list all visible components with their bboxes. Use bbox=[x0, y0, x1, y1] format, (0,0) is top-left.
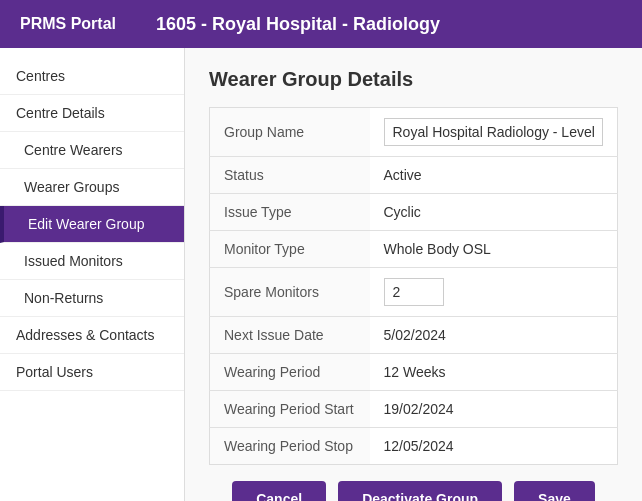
form-row-group-name: Group Name bbox=[210, 108, 618, 157]
field-label-wearing-period-start: Wearing Period Start bbox=[210, 391, 370, 428]
app-title: 1605 - Royal Hospital - Radiology bbox=[156, 14, 440, 35]
sidebar-item-edit-wearer-group[interactable]: Edit Wearer Group bbox=[0, 206, 184, 243]
form-row-wearing-period-stop: Wearing Period Stop12/05/2024 bbox=[210, 428, 618, 465]
save-button[interactable]: Save bbox=[514, 481, 595, 501]
sidebar-item-portal-users[interactable]: Portal Users bbox=[0, 354, 184, 391]
main-layout: CentresCentre DetailsCentre WearersWeare… bbox=[0, 48, 642, 501]
field-value-wearing-period-start: 19/02/2024 bbox=[370, 391, 618, 428]
input-spare-monitors[interactable] bbox=[384, 278, 444, 306]
cancel-button[interactable]: Cancel bbox=[232, 481, 326, 501]
field-value-wearing-period-stop: 12/05/2024 bbox=[370, 428, 618, 465]
field-value-monitor-type: Whole Body OSL bbox=[370, 231, 618, 268]
form-row-wearing-period: Wearing Period12 Weeks bbox=[210, 354, 618, 391]
button-bar: Cancel Deactivate Group Save bbox=[209, 465, 618, 501]
form-row-spare-monitors: Spare Monitors bbox=[210, 268, 618, 317]
field-value-next-issue-date: 5/02/2024 bbox=[370, 317, 618, 354]
field-label-wearing-period: Wearing Period bbox=[210, 354, 370, 391]
field-label-issue-type: Issue Type bbox=[210, 194, 370, 231]
page-title: Wearer Group Details bbox=[209, 68, 618, 91]
field-label-spare-monitors: Spare Monitors bbox=[210, 268, 370, 317]
form-row-issue-type: Issue TypeCyclic bbox=[210, 194, 618, 231]
field-value-status: Active bbox=[370, 157, 618, 194]
form-table: Group NameStatusActiveIssue TypeCyclicMo… bbox=[209, 107, 618, 465]
field-value-issue-type: Cyclic bbox=[370, 194, 618, 231]
sidebar-item-centre-wearers[interactable]: Centre Wearers bbox=[0, 132, 184, 169]
sidebar: CentresCentre DetailsCentre WearersWeare… bbox=[0, 48, 185, 501]
field-label-group-name: Group Name bbox=[210, 108, 370, 157]
sidebar-item-wearer-groups[interactable]: Wearer Groups bbox=[0, 169, 184, 206]
app-header: PRMS Portal 1605 - Royal Hospital - Radi… bbox=[0, 0, 642, 48]
sidebar-item-centre-details[interactable]: Centre Details bbox=[0, 95, 184, 132]
sidebar-item-addresses-contacts[interactable]: Addresses & Contacts bbox=[0, 317, 184, 354]
field-value-spare-monitors[interactable] bbox=[370, 268, 618, 317]
sidebar-item-issued-monitors[interactable]: Issued Monitors bbox=[0, 243, 184, 280]
field-value-group-name[interactable] bbox=[370, 108, 618, 157]
deactivate-button[interactable]: Deactivate Group bbox=[338, 481, 502, 501]
main-content: Wearer Group Details Group NameStatusAct… bbox=[185, 48, 642, 501]
field-label-wearing-period-stop: Wearing Period Stop bbox=[210, 428, 370, 465]
field-label-monitor-type: Monitor Type bbox=[210, 231, 370, 268]
field-value-wearing-period: 12 Weeks bbox=[370, 354, 618, 391]
field-label-next-issue-date: Next Issue Date bbox=[210, 317, 370, 354]
form-row-wearing-period-start: Wearing Period Start19/02/2024 bbox=[210, 391, 618, 428]
form-row-monitor-type: Monitor TypeWhole Body OSL bbox=[210, 231, 618, 268]
input-group-name[interactable] bbox=[384, 118, 604, 146]
form-row-next-issue-date: Next Issue Date5/02/2024 bbox=[210, 317, 618, 354]
app-logo: PRMS Portal bbox=[20, 15, 116, 33]
form-row-status: StatusActive bbox=[210, 157, 618, 194]
sidebar-item-centres[interactable]: Centres bbox=[0, 58, 184, 95]
sidebar-item-non-returns[interactable]: Non-Returns bbox=[0, 280, 184, 317]
field-label-status: Status bbox=[210, 157, 370, 194]
